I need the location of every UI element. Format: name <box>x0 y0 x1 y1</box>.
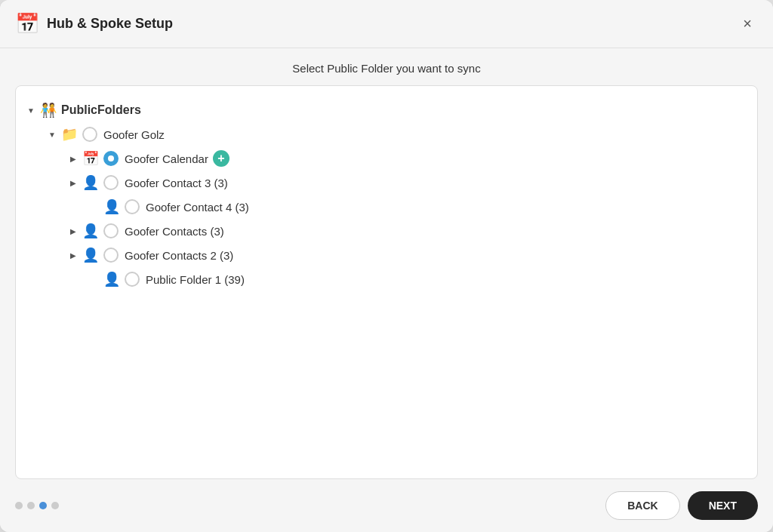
chevron-goofer-calendar <box>67 152 79 165</box>
dot-4 <box>51 502 59 509</box>
title-bar: 📅 Hub & Spoke Setup × <box>0 0 773 48</box>
icon-goofer-contacts2: 👤 <box>82 247 99 263</box>
tree-node-goofer-contacts2[interactable]: 👤 Goofer Contacts 2 (3) <box>25 243 748 267</box>
close-button[interactable]: × <box>737 12 758 35</box>
chevron-goofer-contact3 <box>67 177 79 189</box>
tree-node-goofer-contact4[interactable]: 👤 Goofer Contact 4 (3) <box>25 195 748 219</box>
footer-buttons: BACK NEXT <box>605 491 758 520</box>
radio-goofer-contacts2[interactable] <box>103 248 119 263</box>
label-goofer-contact4: Goofer Contact 4 (3) <box>146 201 249 214</box>
label-goofer-contact3: Goofer Contact 3 (3) <box>125 177 228 189</box>
title-bar-icon: 📅 <box>15 12 39 35</box>
dot-2 <box>27 502 35 509</box>
title-bar-title: Hub & Spoke Setup <box>47 16 737 32</box>
tree-node-goofer-contact3[interactable]: 👤 Goofer Contact 3 (3) <box>25 171 748 195</box>
footer: BACK NEXT <box>0 479 773 532</box>
label-public-folder1: Public Folder 1 (39) <box>146 273 245 286</box>
tree-node-goofer-contacts[interactable]: 👤 Goofer Contacts (3) <box>25 219 748 243</box>
radio-goofer-contact3[interactable] <box>103 175 119 190</box>
tree-node-publicfolders[interactable]: 🧑‍🤝‍🧑 PublicFolders <box>25 98 748 122</box>
label-goofer-contacts: Goofer Contacts (3) <box>125 225 224 238</box>
dialog: 📅 Hub & Spoke Setup × Select Public Fold… <box>0 0 773 532</box>
label-goofer-contacts2: Goofer Contacts 2 (3) <box>125 249 233 262</box>
tree-node-public-folder1[interactable]: 👤 Public Folder 1 (39) <box>25 267 748 291</box>
tree-node-goofer-calendar[interactable]: 📅 Goofer Calendar + <box>25 146 748 171</box>
chevron-goofer-contacts2 <box>67 249 79 261</box>
chevron-goofer-golz <box>46 128 58 140</box>
page-subtitle: Select Public Folder you want to sync <box>0 48 773 85</box>
radio-goofer-contacts[interactable] <box>103 223 119 238</box>
icon-publicfolders: 🧑‍🤝‍🧑 <box>40 102 57 118</box>
icon-goofer-contact4: 👤 <box>103 198 120 215</box>
label-goofer-calendar: Goofer Calendar <box>125 152 208 165</box>
folder-tree: 🧑‍🤝‍🧑 PublicFolders 📁 Goofer Golz 📅 Goof… <box>15 85 758 479</box>
dot-1 <box>15 502 23 509</box>
icon-public-folder1: 👤 <box>103 271 120 288</box>
chevron-goofer-contacts <box>67 225 79 237</box>
radio-goofer-golz[interactable] <box>82 127 97 142</box>
next-button[interactable]: NEXT <box>688 491 758 520</box>
radio-public-folder1[interactable] <box>125 272 140 287</box>
tree-node-goofer-golz[interactable]: 📁 Goofer Golz <box>25 122 748 146</box>
label-goofer-golz: Goofer Golz <box>103 128 165 141</box>
dot-3 <box>39 502 47 509</box>
chevron-publicfolders <box>25 104 37 116</box>
icon-goofer-contacts: 👤 <box>82 223 99 239</box>
progress-dots <box>15 502 59 509</box>
radio-goofer-contact4[interactable] <box>125 199 140 214</box>
label-publicfolders: PublicFolders <box>61 103 141 117</box>
radio-goofer-calendar[interactable] <box>103 151 119 166</box>
add-goofer-calendar-button[interactable]: + <box>213 150 229 167</box>
icon-goofer-golz: 📁 <box>61 126 78 143</box>
icon-goofer-calendar: 📅 <box>82 150 99 167</box>
back-button[interactable]: BACK <box>605 491 679 520</box>
icon-goofer-contact3: 👤 <box>82 174 99 191</box>
